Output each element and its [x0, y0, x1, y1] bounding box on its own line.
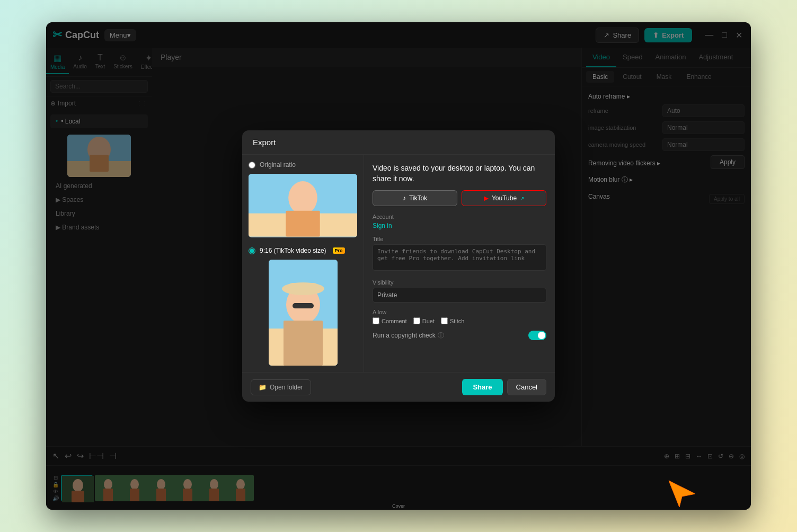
ratio-original-radio[interactable]: [249, 162, 255, 169]
title-field: Title: [373, 236, 546, 273]
youtube-platform-button[interactable]: ▶ YouTube ↗: [462, 190, 546, 206]
open-folder-button[interactable]: 📁 Open folder: [251, 379, 311, 395]
svg-rect-18: [284, 321, 323, 366]
stitch-checkbox[interactable]: [441, 317, 448, 324]
allow-comment[interactable]: Comment: [373, 317, 407, 324]
copyright-label: Run a copyright check ⓘ: [373, 331, 444, 340]
tiktok-platform-button[interactable]: ♪ TikTok: [373, 190, 457, 206]
original-preview: [249, 174, 357, 237]
ratio-original[interactable]: Original ratio: [249, 161, 357, 169]
tiktok-icon: ♪: [403, 194, 406, 202]
saved-message: Video is saved to your desktop or laptop…: [373, 163, 546, 184]
original-preview-svg: [249, 174, 357, 237]
account-label: Account: [373, 214, 546, 220]
account-field: Account Sign in: [373, 214, 546, 229]
cancel-button[interactable]: Cancel: [507, 379, 546, 395]
footer-buttons: Share Cancel: [462, 379, 546, 395]
title-label: Title: [373, 236, 546, 242]
youtube-icon: ▶: [484, 194, 489, 202]
tall-preview: [269, 260, 338, 366]
duet-label: Duet: [422, 318, 435, 324]
ratio-916-radio[interactable]: [249, 247, 255, 254]
share-final-button[interactable]: Share: [462, 379, 502, 395]
stitch-label: Stitch: [450, 318, 465, 324]
svg-rect-14: [286, 211, 320, 237]
youtube-arrow-icon: ↗: [520, 196, 524, 201]
svg-rect-21: [293, 303, 314, 308]
tiktok-label: TikTok: [409, 194, 427, 202]
tall-preview-svg: [269, 260, 338, 366]
allow-stitch[interactable]: Stitch: [441, 317, 465, 324]
title-input[interactable]: [373, 244, 546, 271]
allow-row: Comment Duet Stitch: [373, 317, 546, 324]
folder-icon: 📁: [259, 384, 267, 391]
copyright-toggle[interactable]: [528, 331, 546, 340]
modal-right: Video is saved to your desktop or laptop…: [364, 155, 555, 372]
toggle-dot: [538, 332, 545, 339]
duet-checkbox[interactable]: [413, 317, 420, 324]
share-platforms: ♪ TikTok ▶ YouTube ↗: [373, 190, 546, 206]
youtube-label: YouTube: [492, 194, 517, 202]
ratio-916-label: 9:16 (TikTok video size): [260, 247, 326, 254]
allow-duet[interactable]: Duet: [413, 317, 435, 324]
sign-in-link[interactable]: Sign in: [373, 222, 546, 229]
ratio-9-16[interactable]: 9:16 (TikTok video size) Pro: [249, 247, 357, 254]
copyright-info-icon: ⓘ: [438, 331, 444, 340]
modal-footer: 📁 Open folder Share Cancel: [242, 372, 555, 402]
copyright-text: Run a copyright check: [373, 332, 436, 339]
pro-badge: Pro: [333, 247, 345, 254]
allow-label: Allow: [373, 309, 546, 315]
comment-label: Comment: [382, 318, 407, 324]
open-folder-label: Open folder: [270, 384, 303, 391]
svg-rect-20: [287, 283, 319, 294]
app-window: ✂ CapCut Menu▾ ↗ Share ⬆ Export — □ ✕ ▦ …: [46, 22, 751, 510]
comment-checkbox[interactable]: [373, 317, 379, 324]
copyright-row: Run a copyright check ⓘ: [373, 331, 546, 340]
modal-overlay: Export Original ratio: [46, 22, 751, 510]
modal-body: Original ratio 9:16 (TikTok video: [242, 155, 555, 372]
visibility-label: Visibility: [373, 279, 546, 286]
visibility-field: Visibility Private Public Friends: [373, 279, 546, 303]
modal-header: Export: [242, 130, 555, 155]
svg-point-13: [288, 181, 317, 214]
ratio-original-label: Original ratio: [260, 161, 296, 169]
visibility-select[interactable]: Private Public Friends: [373, 288, 546, 303]
modal-title: Export: [253, 138, 276, 147]
modal-left: Original ratio 9:16 (TikTok video: [242, 155, 364, 372]
export-modal: Export Original ratio: [242, 130, 555, 402]
allow-field: Allow Comment Duet: [373, 309, 546, 324]
